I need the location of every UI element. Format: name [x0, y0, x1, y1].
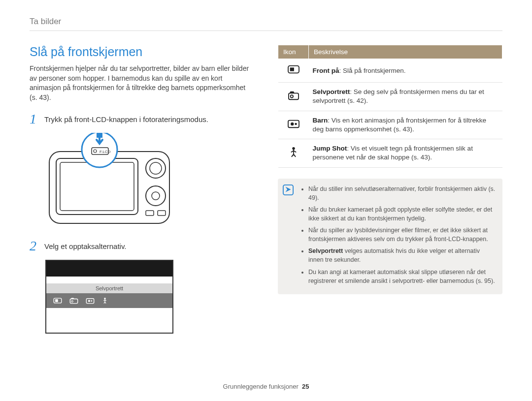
- svg-rect-7: [146, 211, 154, 216]
- note-icon: [283, 185, 294, 195]
- step-text: Velg et opptaksalternativ.: [44, 239, 127, 250]
- jump-shot-icon: [287, 147, 300, 157]
- note-box: Når du stiller inn selvutløseralternativ…: [278, 179, 502, 294]
- row-bold: Front på: [313, 67, 339, 74]
- main-right-column: Ikon Beskrivelse Front på: Slå på fronts…: [278, 45, 502, 334]
- children-icon: [86, 297, 95, 304]
- svg-point-26: [291, 123, 294, 125]
- svg-point-19: [91, 301, 92, 302]
- svg-rect-8: [158, 211, 166, 216]
- children-icon: [287, 118, 300, 129]
- front-on-icon: [287, 64, 300, 75]
- step-text: Trykk på front-LCD-knappen i fotoraterin…: [44, 112, 208, 123]
- svg-point-4: [150, 162, 162, 174]
- table-row: Jump Shot: Vis et visuelt tegn på fronts…: [278, 139, 502, 167]
- svg-point-27: [295, 123, 297, 125]
- note-item: Når du bruker kameraet på godt opplyste …: [308, 205, 496, 223]
- svg-rect-14: [55, 300, 58, 303]
- svg-point-20: [104, 298, 106, 300]
- table-row: Front på: Slå på frontskjermen.: [278, 59, 502, 83]
- selfie-icon: [287, 90, 300, 101]
- svg-point-6: [152, 192, 160, 200]
- svg-rect-22: [290, 67, 294, 71]
- table-row: Barn: Vis en kort animasjon på frontskje…: [278, 111, 502, 139]
- breadcrumb: Ta bilder: [30, 17, 502, 31]
- intro-paragraph: Frontskjermen hjelper når du tar selvpor…: [30, 64, 254, 102]
- svg-rect-12: [97, 133, 102, 138]
- svg-point-16: [71, 301, 73, 303]
- screen-options-figure: Selvportrett: [45, 260, 173, 334]
- step-1: 1 Trykk på front-LCD-knappen i fotorater…: [30, 112, 254, 126]
- note-item: Du kan angi at kameraet automatisk skal …: [308, 268, 496, 285]
- selfie-icon: [69, 297, 79, 304]
- icon-description-table: Ikon Beskrivelse Front på: Slå på fronts…: [278, 45, 502, 168]
- note-item: Når du spiller av lysbildevisninger elle…: [308, 226, 496, 244]
- main-left-column: Slå på frontskjermen Frontskjermen hjelp…: [30, 45, 254, 334]
- step-2: 2 Velg et opptaksalternativ.: [30, 239, 254, 253]
- front-on-icon: [53, 297, 62, 304]
- note-item: Når du stiller inn selvutløseralternativ…: [308, 185, 496, 202]
- section-title: Slå på frontskjermen: [30, 45, 254, 59]
- row-text: Vis en kort animasjon på frontskjermen f…: [313, 117, 486, 133]
- page-number: 25: [302, 383, 309, 390]
- page-footer: Grunnleggende funksjoner 25: [0, 383, 532, 390]
- svg-point-24: [290, 95, 293, 98]
- table-row: Selvportrett: Se deg selv på frontskjerm…: [278, 83, 502, 111]
- note-item: Selvportrett velges automatisk hvis du i…: [308, 247, 496, 264]
- options-selected-label: Selvportrett: [46, 283, 172, 293]
- th-description: Beskrivelse: [309, 45, 502, 59]
- flcd-button-label: F.LCD: [100, 150, 110, 154]
- row-bold: Selvportrett: [313, 88, 350, 95]
- step-number: 1: [30, 112, 38, 126]
- camera-illustration: F.LCD: [45, 133, 254, 226]
- row-text: Slå på frontskjermen.: [343, 67, 406, 74]
- svg-point-18: [88, 300, 90, 302]
- options-icon-bar: [46, 293, 172, 308]
- row-bold: Jump Shot: [313, 145, 347, 152]
- th-icon: Ikon: [278, 45, 309, 59]
- step-number: 2: [30, 239, 38, 253]
- svg-rect-2: [60, 162, 134, 211]
- row-bold: Barn: [313, 117, 328, 124]
- footer-label: Grunnleggende funksjoner: [223, 383, 299, 390]
- jump-shot-icon: [101, 297, 108, 304]
